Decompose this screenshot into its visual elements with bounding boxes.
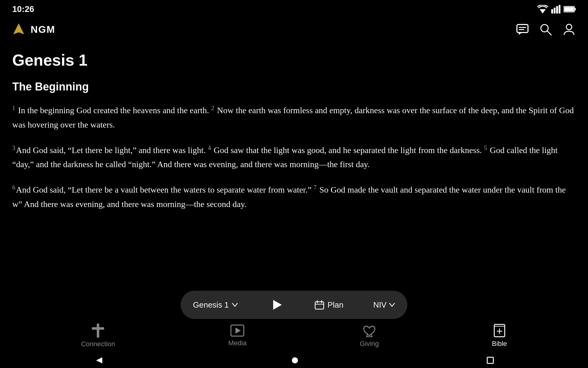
svg-line-14 bbox=[547, 31, 551, 35]
verse-text-4: God saw that the light was good, and he … bbox=[212, 145, 484, 155]
svg-rect-6 bbox=[575, 8, 576, 10]
svg-marker-29 bbox=[96, 357, 102, 363]
android-nav-bar bbox=[0, 353, 588, 368]
nav-item-media[interactable]: Media bbox=[228, 324, 247, 347]
status-icons bbox=[537, 5, 576, 13]
svg-rect-10 bbox=[517, 25, 528, 33]
bible-icon bbox=[493, 324, 506, 337]
verse-text-1: In the beginning God created the heavens… bbox=[16, 105, 211, 115]
verse-num-6: 6 bbox=[12, 184, 15, 191]
svg-rect-12 bbox=[519, 29, 524, 30]
nav-left: NGM bbox=[12, 23, 55, 36]
chat-icon[interactable] bbox=[516, 23, 529, 36]
signal-icon bbox=[551, 5, 560, 13]
verse-num-1: 1 bbox=[12, 105, 15, 111]
svg-rect-31 bbox=[487, 357, 493, 363]
verse-text-7b: ” And there was evening, and there was m… bbox=[18, 199, 247, 209]
svg-marker-16 bbox=[273, 300, 282, 310]
svg-rect-17 bbox=[315, 302, 324, 309]
status-bar: 10:26 bbox=[0, 0, 588, 17]
verse-text-6: And God said, “Let there be a vault betw… bbox=[16, 185, 314, 195]
svg-rect-2 bbox=[554, 8, 556, 13]
media-bar: Genesis 1 Plan NIV bbox=[181, 291, 407, 319]
android-back-button[interactable] bbox=[94, 355, 104, 365]
verse-num-3: 3 bbox=[12, 144, 15, 151]
svg-point-15 bbox=[566, 24, 572, 30]
verse-block-3-5: 3And God said, “Let there be light,” and… bbox=[12, 143, 576, 172]
svg-rect-4 bbox=[559, 5, 560, 13]
svg-marker-8 bbox=[13, 24, 24, 34]
svg-rect-21 bbox=[97, 324, 99, 338]
wifi-icon bbox=[537, 5, 548, 13]
app-logo-icon bbox=[12, 23, 25, 36]
nav-label-bible: Bible bbox=[492, 340, 507, 348]
media-icon bbox=[230, 324, 244, 337]
verse-num-2: 2 bbox=[211, 105, 214, 111]
top-nav: NGM bbox=[0, 17, 588, 42]
user-icon[interactable] bbox=[562, 23, 576, 36]
media-bar-chapter-label: Genesis 1 bbox=[193, 300, 229, 310]
status-time: 10:26 bbox=[12, 4, 34, 14]
search-icon[interactable] bbox=[539, 23, 552, 36]
section-title: The Beginning bbox=[12, 80, 576, 93]
calendar-icon bbox=[315, 300, 324, 310]
svg-rect-22 bbox=[92, 327, 104, 330]
svg-marker-0 bbox=[540, 9, 546, 13]
nav-item-giving[interactable]: Giving bbox=[360, 324, 379, 348]
main-content: Genesis 1 The Beginning 1 In the beginni… bbox=[0, 42, 588, 294]
nav-right bbox=[516, 23, 576, 36]
nav-item-bible[interactable]: Bible bbox=[492, 324, 507, 348]
play-button[interactable] bbox=[268, 296, 285, 313]
svg-rect-3 bbox=[556, 6, 558, 13]
verse-block-6-7: 6And God said, “Let there be a vault bet… bbox=[12, 182, 576, 211]
version-chevron-icon bbox=[389, 303, 395, 307]
media-bar-version-label: NIV bbox=[373, 300, 386, 310]
verse-text-3: And God said, “Let there be light,” and … bbox=[16, 145, 208, 155]
android-recent-button[interactable] bbox=[486, 356, 494, 364]
media-bar-plan-label: Plan bbox=[327, 300, 343, 310]
nav-label-media: Media bbox=[228, 339, 247, 347]
svg-rect-9 bbox=[517, 25, 528, 33]
verse-block-1-2: 1 In the beginning God created the heave… bbox=[12, 103, 576, 132]
svg-marker-24 bbox=[236, 328, 241, 334]
svg-point-30 bbox=[292, 357, 298, 363]
media-bar-chapter-selector[interactable]: Genesis 1 bbox=[193, 300, 238, 310]
media-bar-plan[interactable]: Plan bbox=[315, 300, 343, 310]
battery-icon bbox=[564, 6, 576, 13]
svg-rect-1 bbox=[551, 9, 553, 13]
nav-label-giving: Giving bbox=[360, 340, 379, 348]
verse-num-5: 5 bbox=[484, 144, 487, 151]
svg-rect-7 bbox=[564, 7, 574, 11]
verse-num-7: 7 bbox=[314, 184, 317, 191]
nav-label-connection: Connection bbox=[81, 340, 115, 348]
brand-name: NGM bbox=[31, 24, 55, 35]
nav-item-connection[interactable]: Connection bbox=[81, 324, 115, 348]
chapter-chevron-icon bbox=[232, 303, 238, 307]
bottom-nav: Connection Media Giving Bible bbox=[0, 319, 588, 353]
android-home-button[interactable] bbox=[291, 357, 299, 364]
media-bar-version-selector[interactable]: NIV bbox=[373, 300, 395, 310]
svg-rect-11 bbox=[519, 27, 526, 28]
chapter-title: Genesis 1 bbox=[12, 51, 576, 69]
verse-num-4: 4 bbox=[208, 144, 211, 151]
cross-icon bbox=[92, 324, 104, 338]
giving-icon bbox=[363, 324, 376, 337]
